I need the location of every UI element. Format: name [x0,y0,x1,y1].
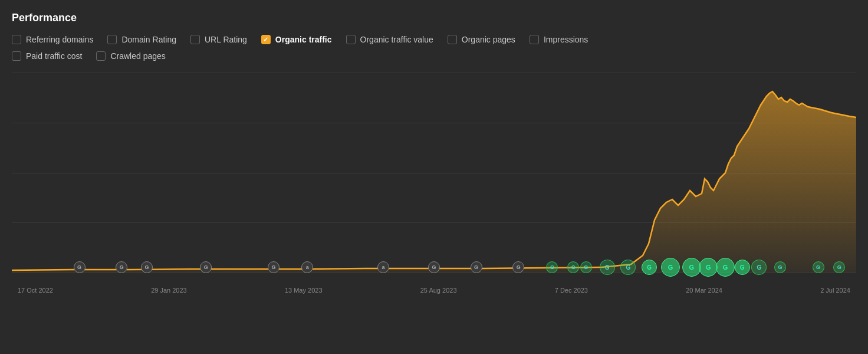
checkbox-box-organic-traffic[interactable] [261,35,271,44]
checkbox-label-referring-domains: Referring domains [26,35,93,44]
checkbox-label-organic-traffic: Organic traffic [275,35,332,44]
checkbox-label-crawled-pages: Crawled pages [110,51,165,61]
chart-timeline: 17 Oct 2022 29 Jan 2023 13 May 2023 25 A… [12,273,856,297]
chart-area: G G G G G a a G G G G G G G G [12,73,856,297]
checkbox-box-impressions[interactable] [530,35,539,44]
checkbox-box-domain-rating[interactable] [107,35,117,44]
checkbox-box-paid-traffic-cost[interactable] [12,51,21,61]
page-title: Performance [12,12,856,24]
marker-g6: G [428,261,440,273]
marker-g21: G [774,261,786,273]
checkbox-row-2: Paid traffic cost Crawled pages [12,51,856,61]
checkbox-organic-pages[interactable]: Organic pages [448,35,515,44]
performance-container: Performance Referring domains Domain Rat… [0,0,868,354]
checkbox-row-1: Referring domains Domain Rating URL Rati… [12,35,856,44]
checkbox-box-organic-traffic-value[interactable] [346,35,356,44]
marker-g1: G [74,261,86,273]
timeline-label-3: 25 Aug 2023 [420,287,457,294]
marker-g11: G [580,261,592,273]
timeline-label-5: 20 Mar 2024 [686,287,722,294]
marker-a2: a [377,261,389,273]
marker-g7: G [471,261,482,273]
checkbox-organic-traffic[interactable]: Organic traffic [261,35,332,44]
checkbox-box-url-rating[interactable] [190,35,200,44]
marker-g23: G [833,261,845,273]
checkbox-label-url-rating: URL Rating [205,35,247,44]
checkbox-crawled-pages[interactable]: Crawled pages [96,51,165,61]
checkbox-label-organic-pages: Organic pages [462,35,515,44]
checkbox-referring-domains[interactable]: Referring domains [12,35,93,44]
checkbox-url-rating[interactable]: URL Rating [190,35,247,44]
checkbox-organic-traffic-value[interactable]: Organic traffic value [346,35,433,44]
timeline-label-1: 29 Jan 2023 [151,287,187,294]
marker-g9: G [546,261,558,273]
checkbox-paid-traffic-cost[interactable]: Paid traffic cost [12,51,82,61]
marker-g2: G [116,261,127,273]
marker-g4: G [200,261,212,273]
checkbox-label-impressions: Impressions [544,35,588,44]
checkbox-box-organic-pages[interactable] [448,35,457,44]
checkbox-box-referring-domains[interactable] [12,35,21,44]
chart-fill-area [12,91,856,273]
marker-g10: G [567,261,579,273]
checkbox-impressions[interactable]: Impressions [530,35,588,44]
checkbox-domain-rating[interactable]: Domain Rating [107,35,176,44]
checkbox-label-organic-traffic-value: Organic traffic value [360,35,433,44]
marker-g5: G [268,261,280,273]
chart-svg [12,73,856,273]
timeline-label-0: 17 Oct 2022 [18,287,53,294]
marker-g8: G [512,261,524,273]
checkbox-label-domain-rating: Domain Rating [121,35,176,44]
marker-g3: G [141,261,153,273]
timeline-labels: 17 Oct 2022 29 Jan 2023 13 May 2023 25 A… [12,287,856,294]
timeline-label-4: 7 Dec 2023 [555,287,588,294]
checkbox-box-crawled-pages[interactable] [96,51,106,61]
marker-g22: G [813,261,824,273]
timeline-label-2: 13 May 2023 [285,287,323,294]
marker-a1: a [301,261,313,273]
checkbox-label-paid-traffic-cost: Paid traffic cost [26,51,82,61]
timeline-label-6: 2 Jul 2024 [820,287,850,294]
markers-row: G G G G G a a G G G G G G G G [12,260,856,274]
